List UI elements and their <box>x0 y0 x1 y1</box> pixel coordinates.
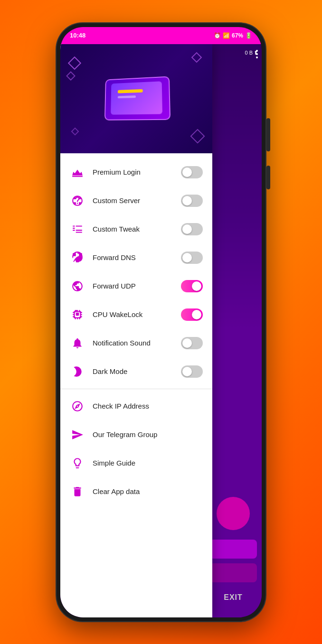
custom-tweak-label: Custom Tweak <box>93 225 173 233</box>
time-display: 10:48 <box>70 32 85 39</box>
svg-rect-5 <box>79 253 82 256</box>
telegram-label: Our Telegram Group <box>93 430 203 439</box>
forward-dns-toggle[interactable] <box>181 252 203 264</box>
deco-diamond-1 <box>68 56 81 69</box>
cpu-wakelock-toggle[interactable] <box>181 308 203 321</box>
main-screen: 0 B ⬆ EXIT <box>60 44 262 617</box>
drawer-menu: Premium Login <box>60 44 212 617</box>
three-dots-menu[interactable] <box>256 50 258 58</box>
forward-dns-label: Forward DNS <box>93 253 173 261</box>
forward-udp-toggle[interactable] <box>181 280 203 292</box>
deco-diamond-4 <box>190 129 205 143</box>
svg-rect-6 <box>76 259 79 262</box>
clear-app-data-label: Clear App data <box>93 487 203 495</box>
header-illustration <box>60 44 212 153</box>
signal-icon: 📶 <box>223 32 230 39</box>
bell-icon <box>70 336 85 351</box>
menu-item-custom-tweak[interactable]: Custom Tweak <box>60 215 212 243</box>
menu-item-check-ip[interactable]: Check IP Address <box>60 392 212 420</box>
battery-icon: 🔋 <box>245 32 252 39</box>
menu-item-cpu-wakelock[interactable]: CPU WakeLock <box>60 300 212 329</box>
custom-server-toggle[interactable] <box>181 195 203 207</box>
svg-rect-4 <box>73 253 76 256</box>
moon-icon <box>70 364 85 379</box>
menu-items-list: Premium Login <box>60 153 212 511</box>
menu-item-forward-udp[interactable]: Forward UDP <box>60 272 212 300</box>
phone-screen: 10:48 ⏰ 📶 67% 🔋 0 B ⬆ <box>60 27 262 617</box>
right-panel: 0 B ⬆ EXIT <box>205 44 262 617</box>
dark-mode-label: Dark Mode <box>93 367 173 375</box>
drawer-header <box>60 44 212 153</box>
battery-percent: 67% <box>232 32 243 39</box>
menu-item-notification-sound[interactable]: Notification Sound <box>60 329 212 357</box>
menu-item-premium-login[interactable]: Premium Login <box>60 158 212 187</box>
deco-diamond-3 <box>191 52 202 63</box>
check-ip-label: Check IP Address <box>93 402 203 410</box>
status-bar: 10:48 ⏰ 📶 67% 🔋 <box>60 27 262 44</box>
deco-diamond-5 <box>71 127 79 135</box>
trash-icon <box>70 484 85 499</box>
crown-icon <box>70 165 85 180</box>
connect-button[interactable] <box>217 497 250 530</box>
notification-sound-label: Notification Sound <box>93 339 173 347</box>
illus-phone <box>104 76 170 120</box>
action-button-1[interactable] <box>209 540 257 559</box>
tweak-icon <box>70 222 85 237</box>
custom-server-label: Custom Server <box>93 196 173 205</box>
deco-diamond-2 <box>66 71 76 81</box>
simple-guide-label: Simple Guide <box>93 459 203 467</box>
action-button-2[interactable] <box>209 563 257 582</box>
exit-button[interactable]: EXIT <box>209 587 257 608</box>
globe-icon <box>70 279 85 294</box>
premium-login-label: Premium Login <box>93 168 173 176</box>
alarm-icon: ⏰ <box>214 32 221 39</box>
menu-item-telegram[interactable]: Our Telegram Group <box>60 420 212 449</box>
menu-divider <box>60 389 212 389</box>
compass-icon <box>70 399 85 414</box>
custom-tweak-toggle[interactable] <box>181 223 203 235</box>
server-icon <box>70 193 85 208</box>
menu-item-dark-mode[interactable]: Dark Mode <box>60 357 212 386</box>
send-icon <box>70 427 85 442</box>
menu-item-clear-data[interactable]: Clear App data <box>60 477 212 506</box>
cpu-wakelock-label: CPU WakeLock <box>93 310 173 318</box>
status-icons: ⏰ 📶 67% 🔋 <box>214 32 252 39</box>
menu-item-guide[interactable]: Simple Guide <box>60 449 212 477</box>
phone-frame: 10:48 ⏰ 📶 67% 🔋 0 B ⬆ <box>57 23 265 621</box>
premium-login-toggle[interactable] <box>181 166 203 178</box>
illus-screen <box>111 81 162 115</box>
notification-sound-toggle[interactable] <box>181 337 203 349</box>
dark-mode-toggle[interactable] <box>181 365 203 378</box>
bulb-icon <box>70 456 85 471</box>
forward-udp-label: Forward UDP <box>93 282 173 290</box>
cpu-icon <box>70 307 85 322</box>
upload-amount: 0 B <box>245 50 253 56</box>
menu-item-custom-server[interactable]: Custom Server <box>60 187 212 215</box>
menu-item-forward-dns[interactable]: Forward DNS <box>60 243 212 272</box>
dns-icon <box>70 250 85 265</box>
